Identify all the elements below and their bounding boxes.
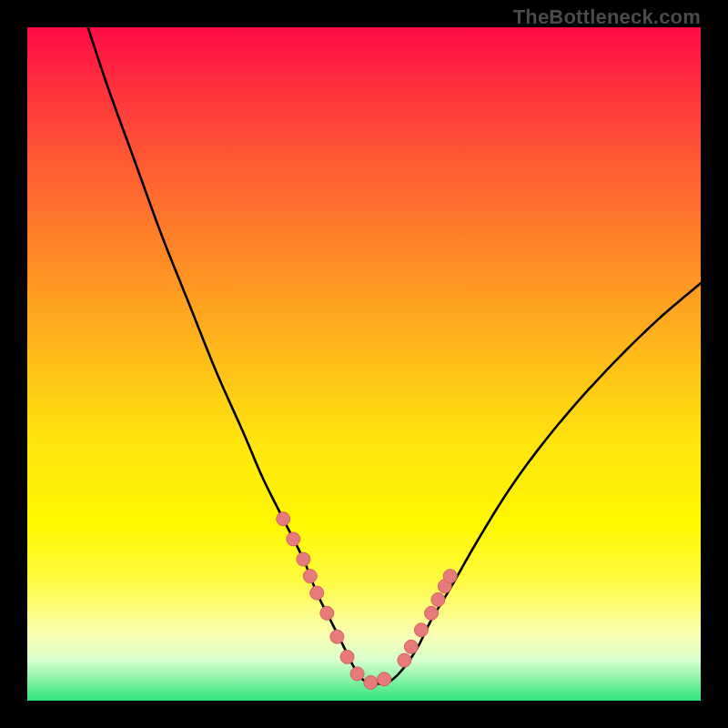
- plot-area: [27, 27, 701, 701]
- bottleneck-curve: [88, 27, 701, 684]
- data-marker: [277, 512, 290, 526]
- data-marker: [378, 672, 391, 686]
- chart-frame: TheBottleneck.com: [0, 0, 728, 728]
- data-marker: [350, 667, 364, 681]
- data-marker: [310, 586, 324, 600]
- data-marker: [287, 532, 300, 546]
- marker-group: [277, 512, 458, 690]
- data-marker: [340, 650, 354, 663]
- data-marker: [297, 552, 310, 566]
- curve-layer: [27, 27, 701, 701]
- data-marker: [364, 676, 378, 690]
- data-marker: [303, 570, 317, 583]
- data-marker: [320, 606, 334, 620]
- data-marker: [431, 593, 445, 607]
- data-marker: [425, 606, 439, 620]
- watermark-text: TheBottleneck.com: [513, 5, 701, 29]
- data-marker: [414, 623, 428, 637]
- data-marker: [404, 640, 418, 653]
- data-marker: [443, 570, 457, 583]
- data-marker: [398, 653, 411, 667]
- data-marker: [330, 630, 344, 643]
